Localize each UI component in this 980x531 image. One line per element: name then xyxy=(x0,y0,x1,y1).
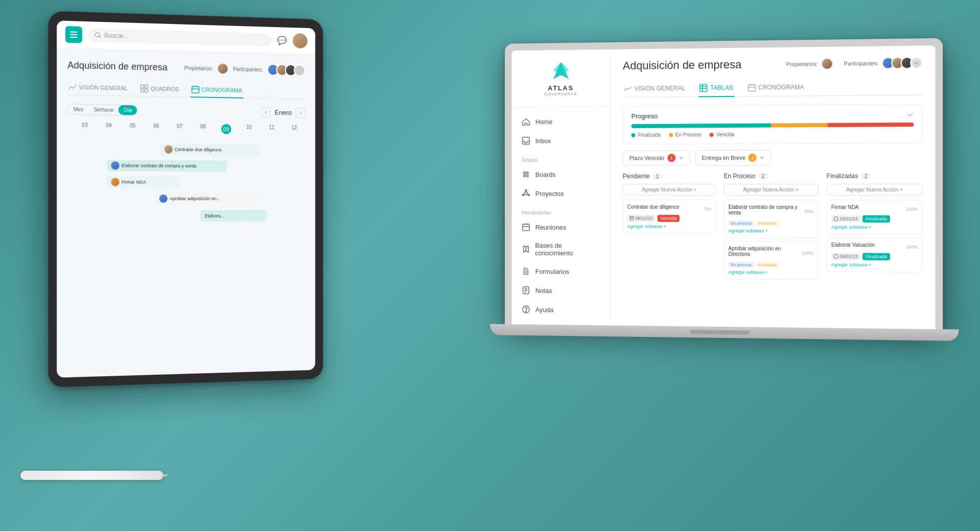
tag-pendiente-2: Pendiente xyxy=(756,262,779,268)
sidebar-item-ayuda[interactable]: Ayuda xyxy=(512,300,610,320)
svg-point-14 xyxy=(524,172,526,174)
svg-point-19 xyxy=(525,189,527,191)
day-10: 10 xyxy=(237,123,260,135)
card-valuacion[interactable]: Elaborar Valuación 100% 06/01/23 xyxy=(826,237,922,273)
card-valuacion-date: 06/01/23 Finalizada xyxy=(831,253,918,260)
meetings-icon xyxy=(522,223,530,232)
tablet-tab-vision[interactable]: VISIÓN GENERAL xyxy=(67,80,129,95)
sidebar-item-ayuda-label: Ayuda xyxy=(535,306,553,313)
card-contratar[interactable]: Contratar due diligence 0% xyxy=(623,200,716,234)
svg-rect-8 xyxy=(145,89,148,92)
card-firmar[interactable]: Firmar NDA 100% 18/01/23 xyxy=(826,200,922,234)
add-action-pendiente[interactable]: Agregar Nueva Acción + xyxy=(623,184,716,196)
tablet-user-avatar[interactable] xyxy=(293,33,308,49)
add-subtask-aprobar[interactable]: Agregar subtarea + xyxy=(728,270,814,275)
svg-point-36 xyxy=(526,311,527,312)
sidebar-section-herramientas: Herramientas xyxy=(512,203,610,218)
sidebar-logo-name: ATLAS xyxy=(548,84,574,92)
filter-chevron-2 xyxy=(760,155,765,160)
svg-point-15 xyxy=(526,172,528,174)
day-07: 07 xyxy=(168,122,191,135)
next-month[interactable]: › xyxy=(296,108,305,118)
sidebar-item-reuniones[interactable]: Reuniones xyxy=(512,218,610,237)
progress-card: Progreso xyxy=(623,104,923,144)
progress-red xyxy=(827,123,914,127)
add-action-finalizadas[interactable]: Agregar Nueva Acción + xyxy=(826,184,922,196)
add-subtask-firmar[interactable]: Agregar subtarea + xyxy=(831,225,918,230)
view-switcher: Mes Semana Día xyxy=(67,104,137,115)
main-participant-4: +1 xyxy=(910,57,923,69)
sidebar-item-inbox-label: Inbox xyxy=(535,137,551,144)
sidebar-item-proyectos-label: Proyectos xyxy=(535,189,564,197)
tablet-owners: Propietarios: Participantes: xyxy=(184,62,305,77)
tablet-tab-quadros[interactable]: QUADROS xyxy=(139,81,180,96)
view-month[interactable]: Mes xyxy=(68,104,88,114)
sidebar-item-formularios-label: Formularios xyxy=(535,268,569,275)
filter-plazo-vencido[interactable]: Plazo Vencido 1 xyxy=(623,150,690,165)
col-header-finalizadas: Finalizadas 2 xyxy=(826,172,922,179)
sidebar-item-boards[interactable]: Boards xyxy=(512,164,610,184)
day-03: 03 xyxy=(72,121,96,134)
sidebar-item-formularios[interactable]: Formularios xyxy=(512,261,610,281)
progress-yellow xyxy=(771,123,827,128)
stylus xyxy=(20,471,163,480)
tablet-page-title: Adquisición de empresa xyxy=(67,60,167,73)
tablet-menu-button[interactable] xyxy=(65,26,82,43)
kanban-col-pendiente: Pendiente 1 Agregar Nueva Acción + Contr… xyxy=(623,173,716,327)
sidebar-item-proyectos[interactable]: Proyectos xyxy=(512,184,610,203)
card-elaborar-meta: Elaborar contrato de compra y venta 25% xyxy=(728,204,814,219)
atlas-logo-icon xyxy=(550,60,572,82)
sidebar-item-bases[interactable]: Bases de conocimiento xyxy=(512,236,610,262)
add-subtask-elaborar[interactable]: Agregar subtarea + xyxy=(728,228,814,234)
progress-expand-icon[interactable] xyxy=(906,111,914,118)
notes-icon xyxy=(522,286,530,295)
add-subtask-valuacion[interactable]: Agregar subtarea + xyxy=(831,262,918,268)
event-4[interactable]: Aprobar adquisición en... xyxy=(155,193,255,204)
tab-cronograma[interactable]: CRONOGRAMA xyxy=(747,79,805,96)
progress-legend: Finalizada En Proceso Vencida xyxy=(631,131,914,138)
sidebar-item-inbox[interactable]: Inbox xyxy=(512,131,610,150)
tab-tablas[interactable]: TABLAS xyxy=(699,80,734,98)
main-page-title: Adquisición de empresa xyxy=(623,58,742,73)
kanban-area: Pendiente 1 Agregar Nueva Acción + Contr… xyxy=(623,172,923,329)
tag-pendiente: Pendiente xyxy=(756,221,779,226)
kanban-col-en-proceso: En Proceso 2 Agregar Nueva Acción + Elab… xyxy=(724,173,818,328)
svg-rect-9 xyxy=(192,86,199,93)
tablet-search[interactable]: Buscar... xyxy=(88,28,271,46)
progress-header: Progreso xyxy=(631,111,914,120)
filter-entrega-breve[interactable]: Entrega en Breve 1 xyxy=(695,150,772,165)
event-5[interactable]: Elabora... xyxy=(201,210,266,222)
sidebar-logo-sub: GOVERNANCE xyxy=(544,91,577,96)
svg-point-3 xyxy=(95,33,100,37)
view-day[interactable]: Día xyxy=(118,105,137,115)
sidebar-item-home[interactable]: Home xyxy=(512,112,610,132)
calendar-events: Contratar due diligence Elaborar contrat… xyxy=(67,138,305,242)
event-1[interactable]: Contratar due diligence xyxy=(160,143,259,156)
event-3[interactable]: Firmar NDA xyxy=(107,176,179,188)
add-action-proceso[interactable]: Agregar Nueva Acción + xyxy=(724,184,818,196)
progress-green xyxy=(631,124,771,128)
event-2[interactable]: Elaborar contrato de compra y venta xyxy=(107,160,227,172)
tablet-chat-icon[interactable]: 💬 xyxy=(277,35,287,45)
prev-month[interactable]: ‹ xyxy=(261,107,271,117)
sidebar-item-boards-label: Boards xyxy=(535,171,556,178)
sidebar-logo: ATLAS GOVERNANCE xyxy=(512,60,610,107)
card-elaborar[interactable]: Elaborar contrato de compra y venta 25% … xyxy=(724,200,818,238)
knowledge-icon xyxy=(522,245,530,254)
kanban-col-finalizadas: Finalizadas 2 Agregar Nueva Acción + Fir… xyxy=(826,172,922,329)
legend-vencida: Vencida xyxy=(709,132,734,137)
svg-rect-2 xyxy=(70,37,78,38)
day-12: 12 xyxy=(283,124,305,136)
legend-dot-green xyxy=(631,133,635,137)
view-week[interactable]: Semana xyxy=(88,105,118,115)
day-04: 04 xyxy=(97,122,121,134)
tablet-content: Adquisición de empresa Propietarios: Par… xyxy=(57,48,315,377)
tab-vision-general[interactable]: VISIÓN GENERAL xyxy=(623,80,687,97)
sidebar-item-notas[interactable]: Notas xyxy=(512,281,610,301)
tablet-tab-cronograma[interactable]: CRONOGRAMA xyxy=(190,82,243,99)
add-subtask-contratar[interactable]: Agregar subtarea + xyxy=(627,224,711,229)
main-tabs: VISIÓN GENERAL TABLAS xyxy=(623,78,923,98)
svg-rect-49 xyxy=(834,217,838,221)
card-aprobar[interactable]: Aprobar adquisición en Directorio 100% E… xyxy=(724,241,818,280)
boards-icon xyxy=(522,170,530,179)
